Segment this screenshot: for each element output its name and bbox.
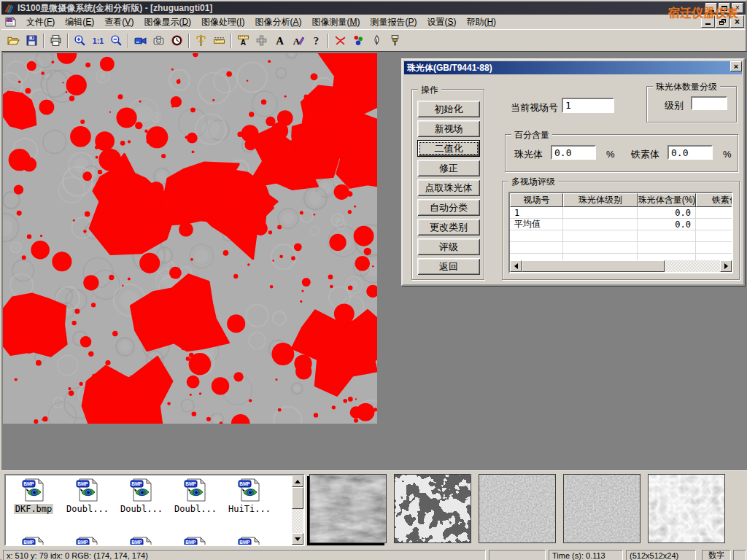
zoom-out-button[interactable] [107, 31, 125, 50]
brush-button[interactable] [386, 31, 404, 50]
cell-percent: 0.0 [638, 219, 696, 230]
file-name[interactable]: Doubl... [119, 504, 164, 514]
binarize-button[interactable]: 二值化 [417, 140, 480, 157]
file-item[interactable]: BMP [169, 537, 222, 546]
status-coordinates: x: 510 y: 79 idx: 0 RGB: (174, 174, 174) [3, 550, 486, 560]
clock-button[interactable] [168, 31, 186, 50]
grid-button[interactable] [252, 31, 271, 50]
file-vertical-scrollbar[interactable] [292, 475, 303, 545]
pick-pearlite-button[interactable]: 点取珠光体 [417, 179, 480, 196]
col-pearlite-percent[interactable]: 珠光体含量(%) [638, 193, 696, 207]
pearlite-dialog: 珠光体(GB/T9441-88) × 操作 初始化 新视场 二值化 修正 点取珠… [401, 58, 745, 286]
metallographic-image[interactable] [3, 53, 377, 424]
pen-button[interactable] [368, 31, 386, 50]
current-field-input[interactable]: 1 [562, 98, 614, 113]
thumbnail-5[interactable] [648, 474, 725, 543]
clock-icon [171, 34, 183, 47]
table-row [510, 242, 733, 254]
correct-button[interactable]: 修正 [417, 160, 480, 176]
save-button[interactable] [23, 31, 41, 50]
scroll-left-button[interactable] [510, 260, 522, 272]
print-button[interactable] [47, 31, 65, 50]
initialize-button[interactable]: 初始化 [417, 101, 480, 117]
document-icon: DOC [4, 16, 17, 28]
menu-settings[interactable]: 设置(S) [422, 15, 461, 30]
auto-classify-button[interactable]: 自动分类 [417, 199, 480, 216]
thumbnail-3[interactable] [479, 474, 556, 543]
caliper-button[interactable] [192, 31, 210, 50]
open-file-button[interactable] [4, 31, 23, 50]
toolbar-separator [188, 34, 190, 48]
thumbnail-4[interactable] [563, 474, 640, 543]
video-camera-button[interactable] [131, 31, 150, 50]
file-item[interactable]: BMPDKF.bmp [7, 478, 60, 514]
multifield-table[interactable]: 视场号 珠光体级别 珠光体含量(%) 铁素体 1 0.0 平均值 0.0 [508, 192, 733, 273]
dialog-title-bar[interactable]: 珠光体(GB/T9441-88) [404, 61, 742, 74]
scroll-up-button[interactable] [292, 475, 303, 487]
menu-edit[interactable]: 编辑(E) [60, 15, 99, 30]
capture-camera-button[interactable] [150, 31, 168, 50]
file-item[interactable]: BMP [7, 537, 60, 546]
menu-image-measure[interactable]: 图像测量(M) [306, 15, 365, 30]
measure-text-button[interactable]: A [234, 31, 252, 50]
scrollbar-thumb[interactable] [522, 260, 665, 272]
menu-view[interactable]: 查看(V) [99, 15, 139, 30]
table-horizontal-scrollbar[interactable] [510, 260, 732, 272]
file-item[interactable]: BMPDoubl... [169, 478, 222, 514]
scroll-right-button[interactable] [720, 260, 732, 272]
classify-balls-button[interactable] [349, 31, 368, 50]
ruler-button[interactable] [210, 31, 228, 50]
brush-icon [389, 34, 401, 47]
menu-file[interactable]: 文件(F) [21, 15, 60, 30]
menu-image-analysis[interactable]: 图像分析(A) [249, 15, 306, 30]
scrollbar-thumb[interactable] [292, 487, 303, 509]
close-icon: × [734, 63, 738, 71]
svg-text:A: A [293, 36, 301, 47]
table-row[interactable]: 1 0.0 [510, 207, 733, 219]
pearlite-percent-input[interactable]: 0.0 [551, 145, 596, 160]
file-item[interactable]: BMPHuiTi... [223, 478, 276, 514]
menu-image-process[interactable]: 图像处理(I) [196, 15, 249, 30]
grade-input[interactable] [691, 96, 727, 110]
actual-size-button[interactable]: 1:1 [89, 31, 107, 50]
status-time: Time (s): 0.113 [549, 550, 623, 560]
table-row[interactable]: 平均值 0.0 [510, 219, 733, 230]
file-item[interactable]: BMP [223, 537, 276, 546]
file-browser[interactable]: BMPDKF.bmpBMPBMPDoubl...BMPBMPDoubl...BM… [4, 474, 305, 546]
toolbar-separator [128, 34, 129, 48]
scroll-down-button[interactable] [292, 533, 303, 545]
file-name[interactable]: Doubl... [173, 504, 218, 514]
new-field-button[interactable]: 新视场 [417, 120, 480, 137]
ferrite-percent-input[interactable]: 0.0 [667, 145, 713, 160]
grid-icon [255, 34, 268, 47]
text-button[interactable]: A [271, 31, 289, 50]
return-button[interactable]: 返回 [417, 258, 480, 275]
zoom-in-button[interactable] [71, 31, 89, 50]
file-name[interactable]: Doubl... [65, 504, 110, 514]
menu-image-display[interactable]: 图像显示(D) [139, 15, 196, 30]
file-name[interactable]: DKF.bmp [14, 504, 54, 514]
annotate-button[interactable]: A [289, 31, 307, 50]
menu-help[interactable]: 帮助(H) [461, 15, 501, 30]
thumbnail-2[interactable] [394, 474, 471, 543]
arrow-right-icon [724, 263, 731, 269]
curve-tool-button[interactable] [331, 31, 349, 50]
col-pearlite-grade[interactable]: 珠光体级别 [563, 193, 638, 207]
file-item[interactable]: BMPDoubl... [61, 478, 114, 514]
grade-label: 级别 [665, 99, 684, 112]
help-button[interactable]: ? [307, 31, 325, 50]
file-name[interactable]: HuiTi... [227, 504, 272, 514]
file-item[interactable]: BMPDoubl... [115, 478, 168, 514]
rate-button[interactable]: 评级 [417, 238, 480, 255]
file-item[interactable]: BMP [61, 537, 114, 546]
cell-grade [563, 207, 638, 219]
col-ferrite[interactable]: 铁素体 [696, 193, 733, 207]
scrollbar-track[interactable] [522, 260, 720, 272]
menu-measure-report[interactable]: 测量报告(P) [365, 15, 422, 30]
file-item[interactable]: BMP [115, 537, 168, 546]
status-empty [489, 550, 546, 560]
col-field-number[interactable]: 视场号 [510, 193, 563, 207]
dialog-close-button[interactable]: × [730, 61, 742, 71]
thumbnail-1[interactable] [309, 474, 387, 543]
change-class-button[interactable]: 更改类别 [417, 219, 480, 236]
